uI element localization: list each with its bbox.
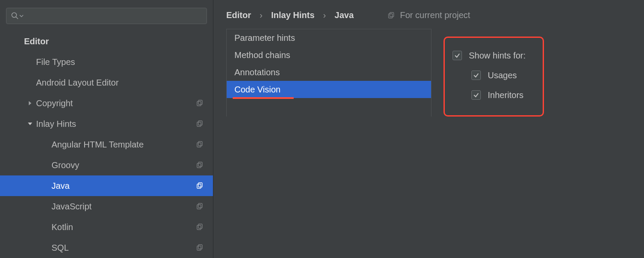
- tree-item-label: Copyright: [36, 98, 195, 108]
- tree-item-label: Inlay Hints: [36, 119, 195, 129]
- svg-rect-12: [197, 184, 201, 188]
- tree-heading-editor[interactable]: Editor: [0, 31, 213, 52]
- svg-rect-7: [198, 121, 202, 125]
- usages-checkbox-row[interactable]: Usages: [453, 65, 526, 85]
- panel-body: Parameter hints Method chains Annotation…: [213, 29, 644, 117]
- tree-heading-label: Editor: [24, 37, 204, 46]
- settings-sidebar: Editor File Types Android Layout Editor …: [0, 0, 213, 258]
- svg-rect-14: [197, 205, 201, 209]
- svg-rect-6: [197, 122, 201, 126]
- scope-note-label: For current project: [400, 10, 470, 20]
- hint-kind-parameter-hints[interactable]: Parameter hints: [227, 29, 431, 46]
- breadcrumb-item[interactable]: Inlay Hints: [271, 10, 314, 20]
- show-hints-checkbox-row[interactable]: Show hints for:: [453, 46, 526, 65]
- tree-item-label: Android Layout Editor: [36, 78, 204, 88]
- svg-rect-13: [198, 183, 202, 187]
- show-hints-label: Show hints for:: [469, 51, 526, 61]
- breadcrumb-separator-icon: ›: [260, 10, 263, 20]
- list-item-label: Code Vision: [234, 85, 280, 95]
- inheritors-label: Inheritors: [488, 90, 523, 100]
- tree-item-file-types[interactable]: File Types: [0, 52, 213, 72]
- checkbox-icon[interactable]: [471, 90, 481, 100]
- svg-line-1: [16, 17, 18, 19]
- svg-rect-11: [198, 162, 202, 166]
- list-item-label: Method chains: [234, 50, 290, 60]
- svg-rect-4: [198, 100, 202, 104]
- project-scope-icon: [195, 222, 204, 232]
- svg-marker-2: [29, 101, 31, 105]
- tree-item-label: Kotlin: [52, 222, 195, 232]
- svg-point-0: [12, 13, 17, 18]
- tree-item-label: Java: [52, 181, 195, 191]
- project-scope-icon: [195, 202, 204, 211]
- list-item-label: Parameter hints: [234, 33, 295, 43]
- svg-marker-5: [28, 123, 32, 125]
- svg-rect-9: [198, 141, 202, 146]
- project-scope-icon: [195, 140, 204, 149]
- svg-rect-15: [198, 203, 202, 208]
- svg-rect-18: [197, 246, 201, 250]
- settings-tree: Editor File Types Android Layout Editor …: [0, 28, 213, 258]
- breadcrumb: Editor › Inlay Hints › Java: [226, 10, 354, 20]
- svg-rect-8: [197, 143, 201, 147]
- project-scope-icon: [386, 11, 396, 20]
- hint-kind-code-vision[interactable]: Code Vision: [227, 81, 431, 98]
- tree-item-label: JavaScript: [52, 202, 195, 212]
- breadcrumb-item[interactable]: Java: [334, 10, 354, 20]
- tree-item-inlay-hints[interactable]: Inlay Hints: [0, 114, 213, 134]
- settings-panel: Editor › Inlay Hints › Java For current …: [213, 0, 644, 258]
- project-scope-icon: [195, 243, 204, 252]
- options-pane: Show hints for: Usages Inheritors: [431, 29, 644, 117]
- search-icon: [11, 12, 19, 20]
- project-scope-icon: [195, 119, 204, 129]
- hint-kind-annotations[interactable]: Annotations: [227, 64, 431, 81]
- project-scope-icon: [195, 181, 204, 190]
- list-item-label: Annotations: [234, 68, 280, 77]
- project-scope-icon: [195, 160, 204, 170]
- tree-item-label: File Types: [36, 57, 204, 67]
- svg-rect-10: [197, 163, 201, 168]
- tree-item-kotlin[interactable]: Kotlin: [0, 217, 213, 237]
- breadcrumb-item[interactable]: Editor: [226, 10, 251, 20]
- usages-label: Usages: [488, 71, 517, 80]
- tree-item-sql[interactable]: SQL: [0, 237, 213, 258]
- checkbox-icon[interactable]: [471, 71, 481, 80]
- hint-kind-method-chains[interactable]: Method chains: [227, 46, 431, 64]
- chevron-down-icon: [19, 14, 24, 18]
- tree-item-java[interactable]: Java: [0, 175, 213, 196]
- checkbox-icon[interactable]: [453, 51, 462, 60]
- tree-item-groovy[interactable]: Groovy: [0, 155, 213, 175]
- tree-item-label: Angular HTML Template: [52, 140, 195, 150]
- project-scope-icon: [195, 98, 204, 108]
- svg-rect-19: [198, 245, 202, 249]
- breadcrumb-separator-icon: ›: [323, 10, 326, 20]
- scope-note: For current project: [386, 10, 470, 20]
- svg-rect-16: [197, 225, 201, 230]
- tree-item-angular-html-template[interactable]: Angular HTML Template: [0, 134, 213, 155]
- search-input[interactable]: [26, 12, 202, 21]
- search-box[interactable]: [6, 8, 207, 24]
- tree-item-javascript[interactable]: JavaScript: [0, 196, 213, 217]
- chevron-down-icon: [27, 121, 33, 126]
- chevron-right-icon: [27, 101, 33, 106]
- svg-rect-20: [389, 14, 392, 18]
- panel-header: Editor › Inlay Hints › Java For current …: [213, 0, 644, 29]
- options-highlight-box: Show hints for: Usages Inheritors: [444, 37, 544, 117]
- inheritors-checkbox-row[interactable]: Inheritors: [453, 85, 526, 105]
- tree-item-label: SQL: [52, 243, 195, 253]
- tree-item-label: Groovy: [52, 160, 195, 170]
- svg-rect-3: [197, 101, 201, 106]
- hint-kind-list: Parameter hints Method chains Annotation…: [226, 29, 431, 117]
- tree-item-copyright[interactable]: Copyright: [0, 93, 213, 114]
- search-wrap: [0, 0, 213, 28]
- svg-rect-17: [198, 224, 202, 228]
- tree-item-android-layout-editor[interactable]: Android Layout Editor: [0, 72, 213, 93]
- svg-rect-21: [390, 12, 394, 17]
